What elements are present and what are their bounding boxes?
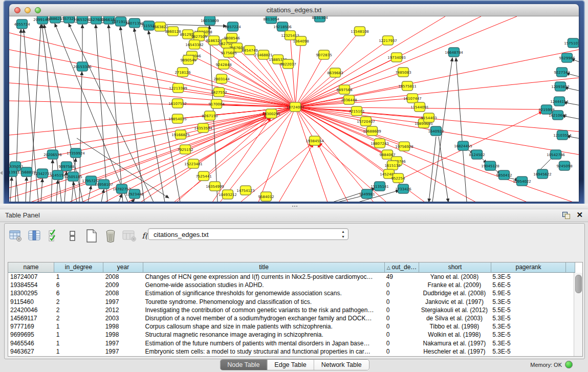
table-cell (565, 298, 574, 306)
graph-node-label: 9154403 (421, 116, 437, 120)
table-panel-title: Table Panel (5, 211, 40, 219)
table-header-row: namein_degreeyeartitle△out_de…shortpager… (8, 262, 582, 273)
graph-node-label: 20206576 (43, 153, 62, 157)
tab-node-table[interactable]: Node Table (220, 360, 267, 370)
edge (10, 177, 12, 202)
row-height-icon[interactable] (66, 229, 80, 243)
table-cell: 5.3E-5 (490, 331, 565, 339)
table-row[interactable]: 1872400712008Changes of HCN gene express… (8, 273, 574, 281)
select-rows-icon[interactable] (47, 229, 61, 243)
graph-node-label: 11544091 (410, 105, 429, 110)
edge (295, 78, 579, 107)
table-cell: 9777169 (8, 322, 54, 331)
table-row[interactable]: 1456911722003Disruption of a novel membe… (8, 314, 574, 322)
graph-node-label: 16107447 (403, 97, 422, 101)
column-header-out_de…[interactable]: △out_de… (385, 262, 419, 273)
edge (56, 180, 58, 202)
column-header-pagerank[interactable]: pagerank (491, 262, 566, 273)
graph-node-label: 10688609 (363, 129, 381, 134)
graph-node-label: 8857224 (225, 25, 241, 29)
graph-node-label: 17359924 (67, 151, 85, 156)
table-cell: 0 (384, 347, 419, 356)
panel-collapse-arrow-icon[interactable] (0, 171, 3, 175)
graph-node-label: 9850412 (496, 173, 512, 178)
graph-node-label: 19854035 (168, 117, 187, 121)
table-settings-icon[interactable] (9, 229, 23, 243)
show-columns-icon[interactable] (28, 229, 42, 243)
table-cell: 1 (54, 347, 103, 356)
tab-edge-table[interactable]: Edge Table (267, 360, 314, 370)
table-cell: 2008 (103, 273, 143, 281)
float-panel-icon[interactable] (562, 211, 570, 218)
table-row[interactable]: 911546021997Tourette syndrome. Phenomeno… (8, 298, 574, 306)
graph-node-label: 12505185 (64, 175, 82, 179)
network-canvas[interactable]: 4055724209914061488621513573211106532871… (9, 16, 579, 202)
graph-node-label: 1649981 (359, 192, 375, 196)
edge (101, 189, 104, 202)
vertical-scrollbar[interactable] (574, 273, 582, 356)
graph-node-label: 1615132 (384, 164, 400, 168)
table-cell: Franke et al. (2009) (419, 281, 491, 289)
table-cell: 6 (54, 281, 103, 289)
graph-node-label: 16033809 (201, 19, 219, 23)
memory-status-label: Memory: OK (530, 362, 562, 368)
window-titlebar[interactable]: citations_edges.txt (9, 4, 579, 16)
close-panel-icon[interactable]: ✕ (576, 211, 583, 218)
column-header-title[interactable]: title (143, 262, 385, 273)
column-header-label: short (448, 264, 462, 271)
network-view[interactable]: 4055724209914061488621513573211106532871… (9, 16, 579, 202)
delete-table-icon[interactable] (122, 229, 137, 243)
edge (31, 116, 268, 202)
table-cell: 2003 (103, 314, 143, 322)
table-cell: 2 (54, 298, 103, 306)
graph-node-label: 18300295 (262, 112, 280, 116)
table-cell: Tibbo et al. (1998) (419, 322, 491, 331)
column-header-short[interactable]: short (419, 262, 491, 273)
graph-node-label: 8639683 (327, 71, 343, 75)
table-row[interactable]: 1830029562008Estimation of significance … (8, 289, 574, 297)
delete-attribute-icon[interactable] (103, 229, 118, 243)
graph-node-label: 10542786 (547, 153, 565, 157)
table-cell: 1997 (103, 339, 143, 347)
network-window: citations_edges.txt 40557242099140614886… (9, 4, 579, 202)
table-row[interactable]: 977716911998Corpus callosum shape and si… (8, 322, 574, 331)
column-header-label: year (117, 264, 129, 271)
memory-status: Memory: OK (530, 361, 573, 368)
graph-node-label: 8215958 (538, 108, 554, 112)
table-cell: 0 (384, 306, 419, 314)
table-panel: Table Panel ✕ (0, 209, 588, 372)
table-cell (565, 347, 574, 356)
edge (295, 73, 335, 107)
column-header-spacer[interactable] (566, 262, 575, 273)
panel-divider[interactable] (0, 204, 588, 209)
table-row[interactable]: 946362711997Embryonic stem cells: a mode… (8, 347, 574, 356)
graph-node-label: 12213389 (169, 86, 187, 91)
column-header-year[interactable]: year (103, 262, 143, 273)
edge (9, 101, 295, 107)
graph-node-label: 8813054 (263, 17, 279, 21)
table-cell: 2012 (103, 306, 143, 314)
graph-node-label: 12342737 (33, 172, 52, 176)
graph-node-label: 19734093 (387, 56, 406, 60)
column-header-in_degree[interactable]: in_degree (54, 262, 103, 273)
table-cell: 5.3E-5 (490, 314, 565, 322)
table-cell: 0 (384, 339, 419, 347)
table-cell: Tourette syndrome. Phenomenology and cla… (143, 298, 384, 306)
table-row[interactable]: 969969511998Structural magnetic resonanc… (8, 331, 574, 339)
table-cell: 5.9E-5 (490, 289, 565, 297)
table-cell: 9463627 (8, 347, 54, 356)
scrollbar-thumb[interactable] (575, 275, 582, 293)
table-row[interactable]: 1938455462009Genome-wide association stu… (8, 281, 574, 289)
divider-grip-icon[interactable] (292, 205, 298, 207)
table-row[interactable]: 2242004622012Investigating the contribut… (8, 306, 574, 314)
column-header-name[interactable]: name (8, 262, 54, 273)
graph-node-label: 16782753 (113, 187, 131, 191)
tab-network-table[interactable]: Network Table (314, 360, 369, 370)
table-row[interactable]: 946554611997Estimation of the future num… (8, 339, 574, 347)
table-cell: 2009 (103, 281, 143, 289)
table-selector-dropdown[interactable]: citations_edges.txt ▲▼ (148, 228, 349, 240)
new-attribute-icon[interactable] (84, 229, 99, 243)
graph-node-label: 16354999 (206, 185, 224, 189)
table-cell: Investigating the contribution of common… (143, 306, 384, 314)
graph-node-label: 9242848 (215, 63, 231, 67)
